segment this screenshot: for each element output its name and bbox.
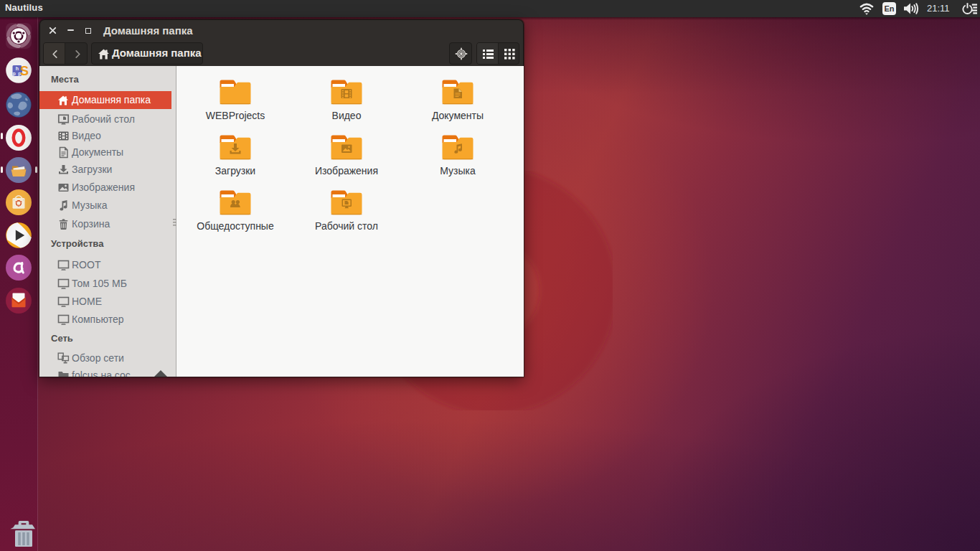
svg-text:p: p (12, 71, 15, 77)
svg-text:S: S (20, 64, 29, 78)
svg-text:h: h (16, 66, 19, 71)
